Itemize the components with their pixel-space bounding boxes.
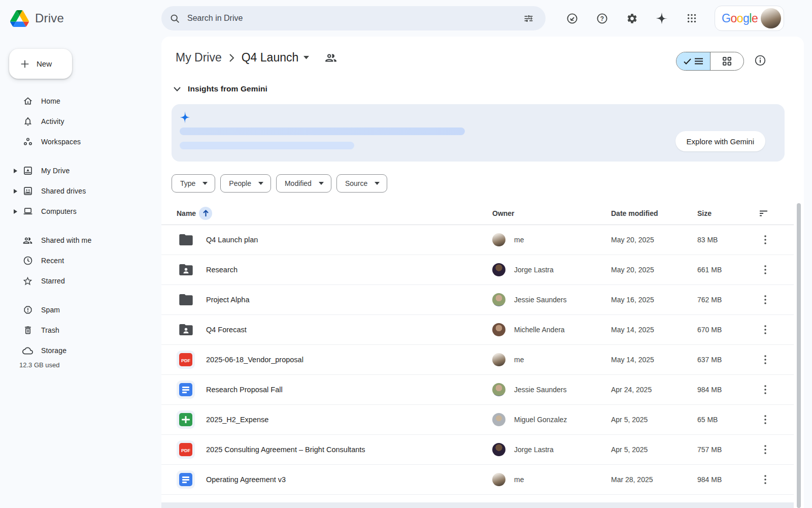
offline-ready-icon[interactable] [561,7,583,29]
file-row[interactable]: Research Proposal Fall Jessie Saunders A… [161,375,794,405]
owner-avatar [492,383,505,396]
folder-shared-members-icon[interactable] [324,51,337,65]
file-row[interactable]: Operating Agreement v3 me Mar 28, 2025 9… [161,465,794,495]
google-wordmark: Google [722,12,758,25]
sidebar-item-label: Storage [41,346,66,355]
file-row[interactable]: 2025_H2_Expense Miguel Gonzalez Apr 5, 2… [161,405,794,435]
pdf-icon: PDF [179,353,192,366]
owner-avatar [492,443,505,456]
filter-type[interactable]: Type [172,174,215,193]
file-table-header: Name Owner Date modified Size [161,202,794,225]
owner-name: Jessie Saunders [514,386,567,394]
file-size: 757 MB [697,446,758,454]
row-menu-button[interactable] [758,233,772,247]
file-row[interactable]: Research Jorge Lastra May 20, 2025 661 M… [161,255,794,285]
row-menu-button[interactable] [758,383,772,397]
vertical-scrollbar[interactable] [797,203,801,508]
search-bar[interactable] [161,6,546,30]
owner-name: me [514,356,524,364]
filter-people[interactable]: People [220,174,271,193]
date-modified: May 20, 2025 [611,266,697,274]
column-header-name[interactable]: Name [177,207,492,220]
search-options-icon[interactable] [519,9,537,27]
file-row[interactable]: PDF 2025-06-18_Vendor_proposal me May 14… [161,345,794,375]
activity-bell-icon [23,116,33,126]
row-menu-button[interactable] [758,442,772,457]
recent-icon [23,256,33,266]
file-size: 65 MB [697,416,758,424]
shared-drives-icon [23,186,33,196]
row-menu-button[interactable] [758,472,772,487]
column-settings-icon[interactable] [758,210,794,217]
help-icon[interactable]: ? [591,7,613,29]
insights-label: Insights from Gemini [188,84,267,93]
sidebar-item-label: Shared with me [41,236,91,244]
storage-used-label: 12.3 GB used [19,361,60,369]
apps-grid-icon[interactable] [681,7,703,29]
chevron-down-icon [174,87,181,91]
expand-arrow-icon[interactable] [14,189,17,194]
caret-down-icon [258,182,263,185]
column-header-owner[interactable]: Owner [492,209,611,217]
new-button[interactable]: New [9,49,72,79]
search-input[interactable] [187,14,519,23]
drive-logo-home[interactable]: Drive [10,0,64,37]
google-account-button[interactable]: Google [715,6,784,31]
sidebar-item-activity[interactable]: Activity [0,111,161,132]
row-menu-button[interactable] [758,412,772,427]
owner-name: Jorge Lastra [514,266,554,274]
sidebar-item-my-drive[interactable]: My Drive [0,161,161,181]
row-menu-button[interactable] [758,353,772,367]
sidebar-item-home[interactable]: Home [0,91,161,111]
owner-avatar [492,413,505,426]
sort-ascending-icon[interactable] [199,207,212,220]
row-menu-button[interactable] [758,323,772,337]
file-row[interactable]: Q4 Forecast Michelle Andera May 14, 2025… [161,315,794,345]
owner-name: Jessie Saunders [514,296,567,304]
explore-with-gemini-button[interactable]: Explore with Gemini [675,131,765,151]
expand-arrow-icon[interactable] [14,169,17,173]
list-view-icon [695,58,703,65]
column-header-modified[interactable]: Date modified [611,209,697,217]
file-row[interactable]: PDF 2025 Consulting Agreement – Bright C… [161,435,794,465]
grid-view-button[interactable] [710,52,744,70]
file-size: 83 MB [697,236,758,244]
column-header-size[interactable]: Size [697,209,758,217]
loading-skeleton-bar [180,128,465,135]
sidebar-item-spam[interactable]: Spam [0,300,161,320]
details-info-icon[interactable] [754,54,766,67]
row-menu-button[interactable] [758,293,772,307]
sidebar-item-workspaces[interactable]: Workspaces [0,132,161,152]
sidebar-item-shared-drives[interactable]: Shared drives [0,181,161,201]
sidebar-item-computers[interactable]: Computers [0,201,161,221]
google-docs-icon [179,473,192,486]
file-row[interactable]: Q4 Launch plan me May 20, 2025 83 MB [161,225,794,255]
filter-source[interactable]: Source [336,174,387,193]
breadcrumb-current-folder[interactable]: Q4 Launch [238,49,314,67]
file-size: 984 MB [697,475,758,484]
owner-name: Michelle Andera [514,326,565,334]
folder-icon [179,234,193,245]
svg-text:PDF: PDF [181,448,191,453]
insights-toggle[interactable]: Insights from Gemini [174,84,267,93]
shared-folder-icon [179,264,193,275]
sidebar-item-trash[interactable]: Trash [0,320,161,340]
sidebar-item-recent[interactable]: Recent [0,250,161,271]
sidebar-item-starred[interactable]: Starred [0,271,161,291]
filter-modified[interactable]: Modified [276,174,331,193]
profile-avatar[interactable] [761,8,781,28]
horizontal-scrollbar[interactable] [161,502,794,508]
date-modified: May 16, 2025 [611,296,697,304]
gemini-spark-icon[interactable] [651,7,673,29]
file-size: 670 MB [697,326,758,334]
file-name: Project Alpha [206,296,249,304]
sidebar-item-storage[interactable]: Storage [0,340,161,361]
date-modified: May 20, 2025 [611,236,697,244]
row-menu-button[interactable] [758,263,772,277]
sidebar-item-shared-with-me[interactable]: Shared with me [0,230,161,250]
settings-icon[interactable] [621,7,643,29]
breadcrumb-my-drive[interactable]: My Drive [172,49,226,67]
file-row[interactable]: Project Alpha Jessie Saunders May 16, 20… [161,285,794,315]
expand-arrow-icon[interactable] [14,209,17,214]
list-view-button[interactable] [676,52,710,70]
